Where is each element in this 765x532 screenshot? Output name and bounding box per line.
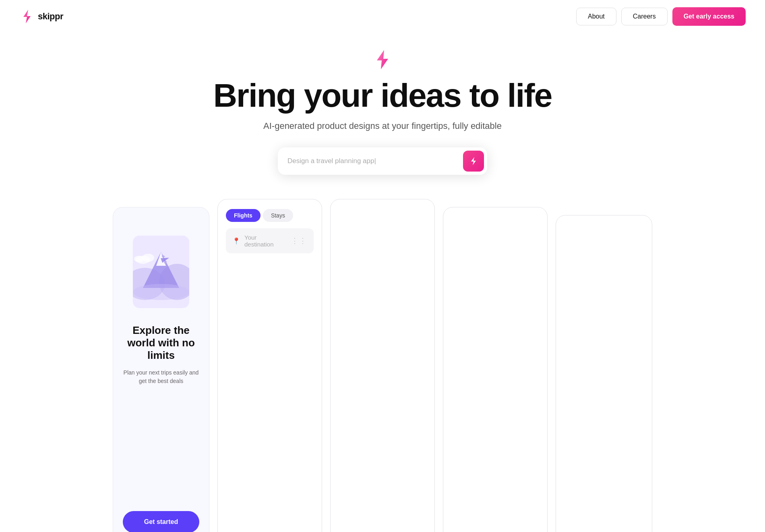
hero-subtitle: AI-generated product designs at your fin… <box>263 121 502 131</box>
logo-text: skippr <box>38 11 63 22</box>
app-card-3 <box>330 199 435 532</box>
nav-actions: About Careers Get early access <box>576 7 746 26</box>
about-button[interactable]: About <box>576 8 616 25</box>
svg-point-14 <box>134 256 144 262</box>
stays-tab[interactable]: Stays <box>263 209 293 222</box>
app-card-1: Explore the world with no limits Plan yo… <box>113 207 209 532</box>
mountain-svg <box>133 236 189 308</box>
navbar: skippr About Careers Get early access <box>0 0 765 33</box>
get-early-access-button[interactable]: Get early access <box>672 7 746 26</box>
destination-placeholder-text: Your destination <box>244 234 287 248</box>
hero-icon <box>372 49 393 70</box>
options-icon: ⋮⋮ <box>291 236 307 245</box>
hero-section: Bring your ideas to life AI-generated pr… <box>0 33 765 183</box>
svg-marker-2 <box>471 157 476 165</box>
search-submit-button[interactable] <box>463 151 484 172</box>
search-input[interactable] <box>287 157 458 165</box>
app-card-5 <box>556 215 652 532</box>
card1-title: Explore the world with no limits <box>123 324 199 362</box>
svg-point-13 <box>142 254 154 262</box>
app-card-2: Flights Stays 📍 Your destination ⋮⋮ <box>217 199 322 532</box>
careers-button[interactable]: Careers <box>621 8 668 25</box>
card1-description: Plan your next trips easily and get the … <box>123 368 199 385</box>
search-bar <box>278 147 487 175</box>
svg-point-8 <box>133 284 189 300</box>
card2-tabs: Flights Stays <box>226 209 314 222</box>
logo[interactable]: skippr <box>19 9 63 24</box>
logo-icon <box>19 9 35 24</box>
location-icon: 📍 <box>232 237 240 245</box>
app-card-4 <box>443 207 548 532</box>
hero-title: Bring your ideas to life <box>213 78 552 113</box>
flights-tab[interactable]: Flights <box>226 209 261 222</box>
destination-input-field[interactable]: 📍 Your destination ⋮⋮ <box>226 228 314 253</box>
svg-marker-0 <box>23 10 31 23</box>
travel-illustration <box>133 236 189 308</box>
card1-cta-button[interactable]: Get started <box>123 511 199 532</box>
submit-bolt-icon <box>469 156 478 166</box>
svg-marker-1 <box>377 50 388 69</box>
app-cards-section: Explore the world with no limits Plan yo… <box>0 183 765 532</box>
